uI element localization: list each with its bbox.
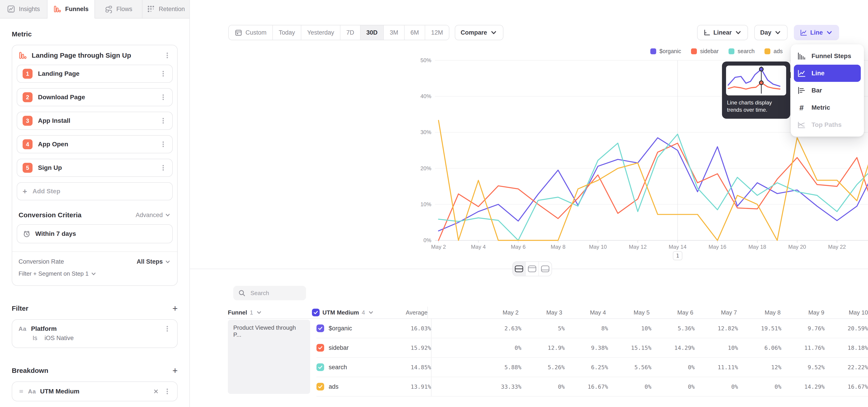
column-separator [431, 358, 437, 377]
clock-icon [23, 230, 31, 238]
layout-top-view-button[interactable] [526, 262, 539, 276]
day-value: 0% [608, 383, 651, 390]
range-today[interactable]: Today [273, 25, 301, 40]
average-column-header: Average [381, 309, 428, 316]
nav-tabs: InsightsFunnelsFlowsRetention [0, 0, 189, 19]
breakdown-column-header[interactable]: UTM Medium4 [312, 309, 381, 316]
funnel-column-header[interactable]: Funnel1 [228, 309, 312, 316]
breakdown-property-name[interactable]: UTM Medium [40, 388, 148, 395]
kebab-icon[interactable] [160, 117, 167, 124]
tab-insights[interactable]: Insights [0, 0, 48, 18]
filter-segment-dropdown[interactable]: Filter + Segment on Step 1 [19, 270, 171, 277]
kebab-icon[interactable] [160, 164, 167, 171]
series-line-ads[interactable] [438, 120, 868, 240]
tab-label: Insights [19, 6, 40, 13]
tab-flows[interactable]: Flows [95, 0, 143, 18]
layout-bottom-icon [541, 265, 550, 273]
breakdown-header-count: 4 [362, 309, 365, 316]
range-label: Custom [246, 29, 267, 36]
range-3m[interactable]: 3M [384, 25, 405, 40]
funnel-steps-list: 1Landing Page2Download Page3App Install4… [12, 65, 177, 177]
day-value: 0% [738, 383, 781, 390]
step-number-badge: 4 [23, 139, 33, 149]
breakdown-select-all-checkbox[interactable] [312, 309, 320, 316]
legend-item-search[interactable]: search [728, 48, 754, 55]
kebab-icon[interactable] [164, 325, 171, 333]
day-value: 10% [608, 325, 651, 332]
series-checkbox[interactable] [316, 324, 324, 332]
day-value: 14.29% [781, 383, 825, 390]
conversion-rate-label: Conversion Rate [19, 258, 64, 265]
series-checkbox[interactable] [316, 383, 324, 390]
drag-handle-icon[interactable] [19, 389, 24, 394]
add-filter-button[interactable]: + [173, 304, 178, 313]
add-breakdown-button[interactable]: + [173, 366, 178, 375]
tab-retention[interactable]: Retention [143, 0, 189, 18]
add-step-button[interactable]: + Add Step [17, 182, 173, 200]
table-search[interactable] [233, 286, 306, 300]
axis-icon [703, 29, 711, 36]
series-cell: $organic [316, 324, 385, 332]
layout-split-view-button[interactable] [513, 262, 526, 276]
tab-label: Retention [159, 6, 185, 13]
tab-funnels[interactable]: Funnels [48, 0, 95, 19]
series-checkbox[interactable] [316, 344, 324, 352]
filter-property-name[interactable]: Platform [31, 325, 159, 333]
kebab-icon[interactable] [160, 70, 167, 77]
range-12m[interactable]: 12M [425, 25, 449, 40]
menu-item-metric[interactable]: #Metric [791, 99, 864, 116]
chevron-down-icon [774, 29, 782, 36]
range-30d[interactable]: 30D [361, 25, 384, 40]
funnel-step-row[interactable]: 5Sign Up [17, 159, 173, 177]
funnel-step-row[interactable]: 2Download Page [17, 88, 173, 106]
funnel-step-row[interactable]: 1Landing Page [17, 65, 173, 83]
chart-type-dropdown[interactable]: Line [794, 25, 839, 40]
layout-bottom-view-button[interactable] [539, 262, 552, 276]
metric-header[interactable]: Landing Page through Sign Up [12, 45, 177, 65]
series-name: $organic [329, 325, 352, 332]
filter-operator[interactable]: Is [33, 335, 37, 342]
menu-item-bar[interactable]: Bar [791, 82, 864, 99]
range-yesterday[interactable]: Yesterday [301, 25, 340, 40]
kebab-icon[interactable] [160, 94, 167, 101]
day-value: 33.33% [437, 383, 522, 390]
string-property-icon: Aa [28, 388, 36, 395]
all-steps-dropdown[interactable]: All Steps [136, 258, 171, 265]
range-6m[interactable]: 6M [405, 25, 426, 40]
day-value: 2.63% [437, 325, 522, 332]
funnel-group-cell[interactable]: Product Viewed through P... [228, 320, 310, 394]
series-cell: sidebar [316, 344, 385, 352]
legend-item-organic[interactable]: $organic [650, 48, 681, 55]
funnel-step-row[interactable]: 3App Install [17, 112, 173, 130]
advanced-dropdown[interactable]: Advanced [135, 212, 171, 219]
metric-card: Landing Page through Sign Up 1Landing Pa… [12, 45, 178, 286]
scale-dropdown[interactable]: Linear [697, 25, 748, 40]
compare-button[interactable]: Compare [455, 25, 503, 40]
menu-item-line[interactable]: Line [794, 65, 861, 82]
kebab-icon[interactable] [164, 388, 171, 395]
day-value: 22.22% [825, 364, 868, 371]
funnel-step-row[interactable]: 4App Open [17, 135, 173, 153]
step-number-badge: 5 [23, 163, 33, 173]
legend-item-ads[interactable]: ads [765, 48, 782, 55]
remove-breakdown-icon[interactable] [152, 388, 160, 394]
granularity-label: Day [760, 29, 772, 36]
funnels-icon [53, 5, 61, 13]
legend-item-sidebar[interactable]: sidebar [691, 48, 719, 55]
range-custom[interactable]: Custom [229, 25, 273, 40]
chevron-down-icon [826, 29, 833, 36]
day-value: 5.36% [651, 325, 695, 332]
kebab-icon[interactable] [164, 52, 171, 59]
menu-item-funnel-steps[interactable]: Funnel Steps [791, 48, 864, 65]
granularity-dropdown[interactable]: Day [754, 25, 788, 40]
series-line-organic[interactable] [438, 129, 868, 231]
menu-item-top-paths[interactable]: Top Paths [791, 116, 864, 133]
conversion-window-button[interactable]: Within 7 days [17, 224, 173, 243]
filter-value[interactable]: iOS Native [44, 335, 74, 342]
kebab-icon[interactable] [160, 140, 167, 148]
range-7d[interactable]: 7D [340, 25, 361, 40]
average-value: 16.03% [385, 325, 431, 332]
series-checkbox[interactable] [316, 363, 324, 371]
day-value: 9.76% [781, 325, 825, 332]
search-input[interactable] [250, 289, 301, 297]
